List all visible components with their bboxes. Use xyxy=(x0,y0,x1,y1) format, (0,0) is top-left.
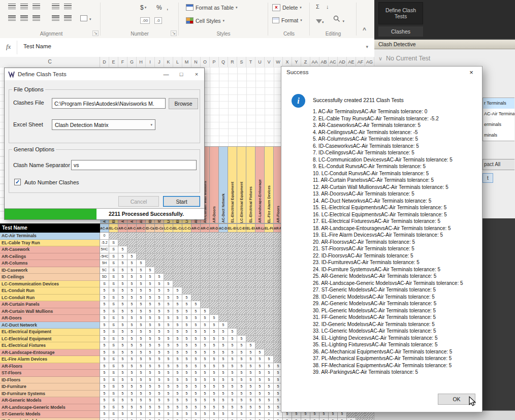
matrix-cell[interactable]: 5 xyxy=(219,391,228,398)
matrix-cell[interactable]: 5 xyxy=(146,418,155,420)
column-letter[interactable]: I xyxy=(146,57,155,67)
matrix-cell[interactable]: 5 xyxy=(274,418,283,420)
matrix-cell[interactable]: 5 xyxy=(301,418,310,420)
matrix-cell[interactable] xyxy=(237,329,246,336)
matrix-cell[interactable]: 5 xyxy=(173,370,182,377)
matrix-cell[interactable]: 5 xyxy=(100,363,109,370)
matrix-cell[interactable] xyxy=(246,274,255,281)
column-letter[interactable]: K xyxy=(164,57,173,67)
matrix-cell[interactable]: 5 xyxy=(219,404,228,411)
matrix-cell[interactable]: 5 xyxy=(155,308,164,315)
matrix-cell[interactable]: 5 xyxy=(246,397,255,404)
matrix-row-label[interactable]: AC-Air Terminals xyxy=(0,233,100,240)
matrix-cell[interactable] xyxy=(201,267,210,274)
matrix-cell[interactable]: 5 xyxy=(137,260,146,267)
dialog-titlebar[interactable]: Define Clash Tests — □ × xyxy=(5,68,204,80)
close-button[interactable]: × xyxy=(189,69,204,80)
matrix-cell[interactable] xyxy=(146,253,155,261)
matrix-cell[interactable]: 5 xyxy=(201,418,210,420)
matrix-cell[interactable]: 5 xyxy=(265,383,274,391)
matrix-cell[interactable] xyxy=(265,240,274,247)
matrix-cell[interactable]: 5 xyxy=(127,391,137,398)
matrix-cell[interactable]: 5 xyxy=(100,336,109,343)
matrix-cell[interactable]: 5 xyxy=(118,397,127,404)
matrix-cell[interactable]: 5 xyxy=(127,370,137,377)
matrix-cell[interactable]: 5 xyxy=(191,397,201,404)
column-letter[interactable]: M xyxy=(182,57,191,67)
matrix-cell[interactable]: 5 xyxy=(201,356,210,363)
matrix-cell[interactable] xyxy=(237,253,246,261)
matrix-cell[interactable]: 5 xyxy=(137,418,146,420)
matrix-cell[interactable]: 5 xyxy=(127,329,137,336)
matrix-cell[interactable] xyxy=(191,240,201,247)
matrix-cell[interactable]: 5 xyxy=(155,329,164,336)
column-letter[interactable]: AD xyxy=(338,57,347,67)
matrix-cell[interactable] xyxy=(265,336,274,343)
matrix-cell[interactable]: 5 xyxy=(127,336,137,343)
matrix-cell[interactable]: 0 xyxy=(100,233,109,240)
column-letter[interactable]: AB xyxy=(319,57,329,67)
matrix-cell[interactable]: 5 xyxy=(191,418,201,420)
matrix-column-prefix[interactable]: LC-Electrical Equipment xyxy=(237,223,246,233)
matrix-cell[interactable] xyxy=(255,253,265,261)
define-clash-tests-ribbon-button[interactable]: Define Clash Tests xyxy=(378,2,423,24)
sort-filter-icon[interactable]: ▾ xyxy=(316,16,324,25)
matrix-column-header[interactable]: LC-Electrical Equipment xyxy=(237,146,246,223)
matrix-cell[interactable]: 5 xyxy=(255,397,265,404)
matrix-cell[interactable]: 5 xyxy=(127,295,137,302)
matrix-cell[interactable]: 5 xyxy=(155,274,164,281)
wrap-text-icon[interactable] xyxy=(64,4,72,9)
matrix-cell[interactable] xyxy=(219,301,228,308)
matrix-cell[interactable] xyxy=(219,260,228,267)
matrix-cell[interactable]: 5 xyxy=(191,411,201,418)
matrix-cell[interactable] xyxy=(228,322,237,329)
matrix-cell[interactable]: 5 xyxy=(118,308,127,315)
matrix-cell[interactable]: 5 xyxy=(191,377,201,384)
matrix-cell[interactable]: 5 xyxy=(237,397,246,404)
matrix-cell[interactable]: 5 xyxy=(173,411,182,418)
matrix-cell[interactable] xyxy=(210,253,219,261)
matrix-cell[interactable] xyxy=(228,260,237,267)
matrix-cell[interactable]: 5 xyxy=(137,349,146,357)
matrix-row-label[interactable]: EL-Cable Tray Run xyxy=(0,240,100,247)
matrix-cell[interactable]: 5 xyxy=(201,336,210,343)
matrix-cell[interactable]: 5 xyxy=(210,356,219,363)
matrix-cell[interactable] xyxy=(265,308,274,315)
matrix-cell[interactable]: S xyxy=(109,336,118,343)
matrix-row-label[interactable]: AR-Floors xyxy=(0,363,100,370)
matrix-cell[interactable]: S xyxy=(109,397,118,404)
matrix-column-prefix[interactable]: EL-Cable Tray Run xyxy=(109,223,118,233)
matrix-cell[interactable] xyxy=(219,246,228,253)
matrix-cell[interactable]: 5 xyxy=(127,301,137,308)
matrix-cell[interactable]: 5 xyxy=(137,301,146,308)
matrix-column-prefix[interactable]: LC-Conduit Run xyxy=(182,223,191,233)
matrix-cell[interactable]: 5 xyxy=(155,287,164,295)
matrix-cell[interactable]: 5 xyxy=(265,397,274,404)
matrix-cell[interactable]: 5 xyxy=(310,418,319,420)
matrix-cell[interactable]: -5HC xyxy=(100,253,109,261)
matrix-cell[interactable] xyxy=(210,274,219,281)
matrix-cell[interactable] xyxy=(210,295,219,302)
column-letter[interactable]: E xyxy=(109,57,118,67)
matrix-cell[interactable]: 5 xyxy=(155,404,164,411)
matrix-column-header[interactable]: EL-Electrical Equipment xyxy=(228,146,237,223)
matrix-row-label[interactable]: AR-Curtain Wall Mullions xyxy=(0,308,100,315)
matrix-cell[interactable]: 5 xyxy=(146,370,155,377)
column-letter[interactable]: D xyxy=(100,57,109,67)
matrix-cell[interactable] xyxy=(146,246,155,253)
matrix-cell[interactable]: 5 xyxy=(182,342,191,349)
matrix-cell[interactable]: 5 xyxy=(137,411,146,418)
matrix-cell[interactable]: 5 xyxy=(164,391,173,398)
matrix-cell[interactable] xyxy=(219,267,228,274)
matrix-cell[interactable] xyxy=(201,240,210,247)
matrix-cell[interactable]: 5 xyxy=(182,391,191,398)
clashes-file-input[interactable] xyxy=(52,98,166,109)
matrix-cell[interactable]: 5 xyxy=(255,370,265,377)
panel-small-button[interactable]: t xyxy=(482,173,493,183)
matrix-cell[interactable]: 5 xyxy=(127,267,137,274)
column-letter[interactable]: U xyxy=(255,57,265,67)
matrix-cell[interactable] xyxy=(137,233,146,240)
matrix-cell[interactable] xyxy=(109,233,118,240)
matrix-cell[interactable]: 5 xyxy=(164,336,173,343)
matrix-cell[interactable]: 5 xyxy=(146,267,155,274)
